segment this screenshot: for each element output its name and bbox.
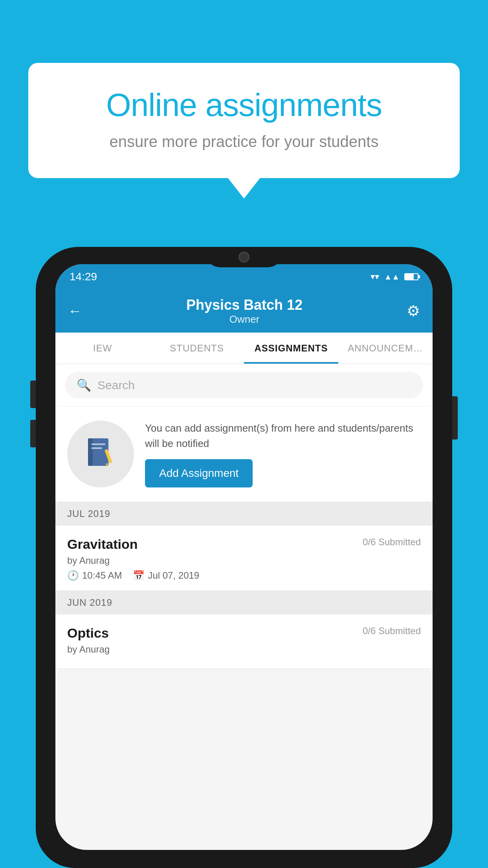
add-assignment-button[interactable]: Add Assignment <box>145 459 253 487</box>
status-bar: 14:29 ▾▾ ▲▲ <box>55 264 433 289</box>
battery-icon <box>404 273 418 280</box>
tab-students[interactable]: STUDENTS <box>150 333 244 364</box>
content-area: 🔍 Search <box>55 364 433 669</box>
section-jul-2019: JUL 2019 <box>55 502 433 526</box>
promo-description: You can add assignment(s) from here and … <box>145 421 421 451</box>
speech-bubble-container: Online assignments ensure more practice … <box>28 63 460 178</box>
battery-fill <box>405 274 414 280</box>
speech-bubble: Online assignments ensure more practice … <box>28 63 460 178</box>
header-title: Physics Batch 12 <box>82 297 407 313</box>
tab-announcements[interactable]: ANNOUNCEM… <box>338 333 433 364</box>
promo-icon-circle <box>67 421 134 487</box>
notebook-icon <box>85 436 116 472</box>
search-bar: 🔍 Search <box>55 364 433 406</box>
meta-time-gravitation: 🕐 10:45 AM <box>67 570 122 581</box>
assignment-date-gravitation: Jul 07, 2019 <box>148 570 199 581</box>
svg-rect-1 <box>88 438 93 466</box>
svg-rect-3 <box>91 447 102 449</box>
assignment-row-top: Gravitation 0/6 Submitted <box>67 537 421 552</box>
search-icon: 🔍 <box>77 378 91 392</box>
calendar-icon: 📅 <box>133 570 145 581</box>
section-jun-2019: JUN 2019 <box>55 591 433 614</box>
header-subtitle: Owner <box>82 313 407 326</box>
meta-date-gravitation: 📅 Jul 07, 2019 <box>133 570 199 581</box>
speech-bubble-subtitle: ensure more practice for your students <box>56 133 432 151</box>
back-button[interactable]: ← <box>68 303 82 319</box>
app-header: ← Physics Batch 12 Owner ⚙ <box>55 289 433 333</box>
assignment-name-optics: Optics <box>67 625 109 641</box>
assignment-submitted-optics: 0/6 Submitted <box>363 625 421 636</box>
promo-text-area: You can add assignment(s) from here and … <box>145 421 421 487</box>
header-title-container: Physics Batch 12 Owner <box>82 297 407 326</box>
assignment-meta-gravitation: 🕐 10:45 AM 📅 Jul 07, 2019 <box>67 570 421 581</box>
search-input[interactable]: Search <box>97 379 135 392</box>
status-icons: ▾▾ ▲▲ <box>371 272 418 282</box>
settings-icon[interactable]: ⚙ <box>407 302 420 320</box>
signal-icon: ▲▲ <box>384 272 400 281</box>
assignment-by-optics: by Anurag <box>67 644 421 655</box>
phone-camera <box>238 252 250 263</box>
assignment-submitted-gravitation: 0/6 Submitted <box>363 537 421 548</box>
assignment-by-gravitation: by Anurag <box>67 555 421 566</box>
wifi-icon: ▾▾ <box>371 272 379 282</box>
section-jun-label: JUN 2019 <box>67 597 112 608</box>
phone-frame: 14:29 ▾▾ ▲▲ ← Physics Batch 12 Owner ⚙ I… <box>36 247 452 868</box>
tabs-container: IEW STUDENTS ASSIGNMENTS ANNOUNCEM… <box>55 333 433 364</box>
speech-bubble-title: Online assignments <box>56 86 432 123</box>
tab-assignments[interactable]: ASSIGNMENTS <box>244 333 338 364</box>
phone-button-power <box>452 396 458 440</box>
assignment-row-top-optics: Optics 0/6 Submitted <box>67 625 421 641</box>
assignment-item-optics[interactable]: Optics 0/6 Submitted by Anurag <box>55 614 433 669</box>
search-input-container[interactable]: 🔍 Search <box>65 372 423 398</box>
promo-banner: You can add assignment(s) from here and … <box>55 406 433 502</box>
svg-rect-2 <box>91 443 105 445</box>
tab-iew[interactable]: IEW <box>55 333 150 364</box>
phone-screen: 14:29 ▾▾ ▲▲ ← Physics Batch 12 Owner ⚙ I… <box>55 264 433 850</box>
section-jul-label: JUL 2019 <box>67 508 110 519</box>
assignment-time-gravitation: 10:45 AM <box>82 570 122 581</box>
clock-icon: 🕐 <box>67 570 79 581</box>
assignment-name-gravitation: Gravitation <box>67 537 138 552</box>
status-time: 14:29 <box>70 270 97 283</box>
assignment-item-gravitation[interactable]: Gravitation 0/6 Submitted by Anurag 🕐 10… <box>55 526 433 591</box>
phone-notch <box>205 247 283 267</box>
phone-button-vol-up <box>30 381 36 408</box>
phone-button-vol-down <box>30 420 36 447</box>
